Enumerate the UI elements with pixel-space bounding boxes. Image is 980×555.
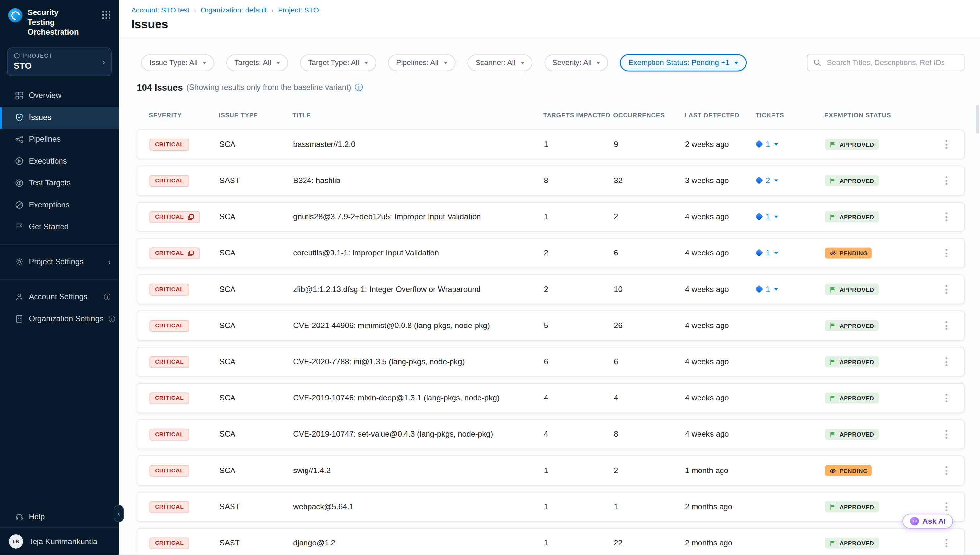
search-box[interactable]: [807, 54, 964, 71]
column-header[interactable]: LAST DETECTED: [684, 112, 756, 119]
ask-ai-button[interactable]: Ask AI: [903, 513, 953, 529]
issue-row[interactable]: CRITICALSCACVE-2019-10747: set-value@0.4…: [137, 419, 964, 449]
row-menu-button[interactable]: [942, 427, 951, 441]
user-profile[interactable]: TK Teja Kummarikuntla: [0, 528, 119, 555]
issue-row[interactable]: CRITICALSCAbassmaster//1.2.0192 weeks ag…: [137, 129, 964, 159]
sidebar-item-organization-settings[interactable]: Organization Settingsⓘ: [0, 308, 119, 330]
exemption-status-cell: PENDING: [825, 248, 931, 259]
ticket-indicator[interactable]: 2: [756, 176, 778, 185]
sidebar-item-test-targets[interactable]: Test Targets: [0, 172, 119, 194]
filter-issue-type[interactable]: Issue Type: All: [141, 54, 215, 71]
flag-icon: [829, 177, 836, 184]
duplicates-icon: [188, 213, 194, 220]
issue-title: CVE-2020-7788: ini@1.3.5 (lang-pkgs, nod…: [293, 358, 544, 366]
issue-row[interactable]: CRITICALSASTdjango@1.21222 months agoAPP…: [137, 528, 964, 555]
filter-pipelines[interactable]: Pipelines: All: [388, 54, 456, 71]
issue-type: SAST: [219, 176, 293, 185]
last-detected: 1 month ago: [685, 466, 756, 475]
column-header[interactable]: EXEMPTION STATUS: [824, 112, 931, 119]
help-button[interactable]: Help: [0, 506, 119, 528]
issue-row[interactable]: CRITICALSCACVE-2020-7788: ini@1.3.5 (lan…: [137, 347, 964, 377]
filter-severity[interactable]: Severity: All: [544, 54, 608, 71]
sidebar-item-label: Overview: [29, 91, 61, 100]
exemption-status-cell: APPROVED: [825, 175, 931, 186]
column-header[interactable]: OCCURRENCES: [613, 112, 684, 119]
last-detected: 4 weeks ago: [685, 393, 756, 403]
issue-title: django@1.2: [293, 539, 544, 547]
column-header[interactable]: TARGETS IMPACTED: [543, 112, 613, 119]
exemption-status-cell: PENDING: [825, 465, 931, 476]
ticket-indicator[interactable]: 1: [756, 212, 778, 221]
row-menu-button[interactable]: [942, 282, 951, 296]
harness-logo[interactable]: [8, 8, 23, 23]
breadcrumb-link[interactable]: Account: STO test: [131, 6, 189, 14]
column-header[interactable]: ISSUE TYPE: [219, 112, 292, 119]
sidebar-item-executions[interactable]: Executions: [0, 151, 119, 173]
last-detected: 4 weeks ago: [685, 285, 756, 294]
row-menu-button[interactable]: [942, 173, 951, 188]
status-badge-approved: APPROVED: [825, 393, 879, 404]
issue-type: SCA: [219, 321, 293, 330]
row-menu-button[interactable]: [942, 536, 951, 550]
app-title: Security Testing Orchestration: [27, 8, 87, 37]
chevron-down-icon: [775, 180, 778, 182]
filter-exemption-status[interactable]: Exemption Status: Pending +1: [620, 54, 746, 71]
sidebar-item-issues[interactable]: Issues: [0, 107, 119, 129]
breadcrumb-link[interactable]: Project: STO: [278, 6, 319, 14]
severity-badge: CRITICAL: [149, 537, 189, 549]
sidebar-item-overview[interactable]: Overview: [0, 85, 119, 107]
filter-scanner[interactable]: Scanner: All: [467, 54, 533, 71]
info-icon[interactable]: ⓘ: [355, 82, 363, 93]
issue-row[interactable]: CRITICALSCACVE-2021-44906: minimist@0.0.…: [137, 311, 964, 341]
issue-row[interactable]: CRITICALSCAswig//1.4.2121 month agoPENDI…: [137, 456, 964, 485]
ticket-indicator[interactable]: 1: [756, 285, 778, 294]
sidebar-item-label: Test Targets: [29, 179, 71, 188]
info-icon[interactable]: ⓘ: [109, 314, 115, 324]
issue-row[interactable]: CRITICALSCAzlib@1:1.2.13.dfsg-1: Integer…: [137, 274, 964, 304]
column-header[interactable]: SEVERITY: [137, 112, 219, 119]
breadcrumb-link[interactable]: Organization: default: [200, 6, 267, 14]
exemption-status-cell: APPROVED: [825, 284, 931, 295]
row-menu-button[interactable]: [942, 355, 951, 369]
sidebar-item-project-settings[interactable]: Project Settings›: [0, 251, 119, 273]
occurrences: 10: [614, 285, 685, 294]
project-selector[interactable]: PROJECT STO ›: [7, 47, 112, 76]
ticket-count: 1: [765, 212, 770, 221]
issue-row[interactable]: CRITICALSASTwebpack@5.64.1112 months ago…: [137, 492, 964, 522]
row-menu-button[interactable]: [942, 246, 951, 260]
row-menu-button[interactable]: [942, 319, 951, 332]
issue-row[interactable]: CRITICALSCACVE-2019-10746: mixin-deep@1.…: [137, 383, 964, 413]
scrollbar-thumb[interactable]: [977, 105, 979, 133]
table-header: SEVERITYISSUE TYPETITLETARGETS IMPACTEDO…: [137, 112, 964, 119]
issue-row[interactable]: CRITICALSCAcoreutils@9.1-1: Improper Inp…: [137, 238, 964, 268]
column-header[interactable]: TICKETS: [756, 112, 824, 119]
issue-row[interactable]: CRITICALSASTB324: hashlib8323 weeks ago2…: [137, 166, 964, 196]
issue-row[interactable]: CRITICALSCAgnutls28@3.7.9-2+deb12u5: Imp…: [137, 202, 964, 232]
last-detected: 2 months ago: [685, 502, 756, 511]
sidebar-item-exemptions[interactable]: Exemptions: [0, 194, 119, 217]
module-grid-icon[interactable]: [101, 10, 111, 20]
jira-icon: [756, 285, 763, 293]
column-header[interactable]: TITLE: [292, 112, 543, 119]
sidebar-collapse-handle[interactable]: ‹: [114, 505, 124, 523]
chevron-down-icon: [202, 61, 206, 64]
sidebar-item-get-started[interactable]: Get Started: [0, 216, 119, 238]
ticket-indicator[interactable]: 1: [756, 249, 778, 257]
sidebar-item-pipelines[interactable]: Pipelines: [0, 128, 119, 151]
row-menu-button[interactable]: [942, 464, 951, 477]
row-menu-button[interactable]: [942, 391, 951, 405]
sidebar-item-account-settings[interactable]: Account Settingsⓘ: [0, 286, 119, 308]
filter-label: Pipelines: All: [396, 58, 438, 67]
search-input[interactable]: [826, 58, 958, 67]
project-icon: [14, 52, 20, 59]
occurrences: 9: [614, 140, 685, 149]
ticket-indicator[interactable]: 1: [756, 140, 778, 149]
info-icon[interactable]: ⓘ: [104, 292, 111, 302]
filter-targets[interactable]: Targets: All: [226, 54, 288, 71]
row-menu-button[interactable]: [942, 500, 951, 513]
issue-type: SAST: [219, 539, 293, 547]
row-menu-button[interactable]: [942, 210, 951, 224]
status-badge-approved: APPROVED: [825, 175, 879, 186]
filter-target-type[interactable]: Target Type: All: [300, 54, 376, 71]
row-menu-button[interactable]: [942, 138, 951, 151]
